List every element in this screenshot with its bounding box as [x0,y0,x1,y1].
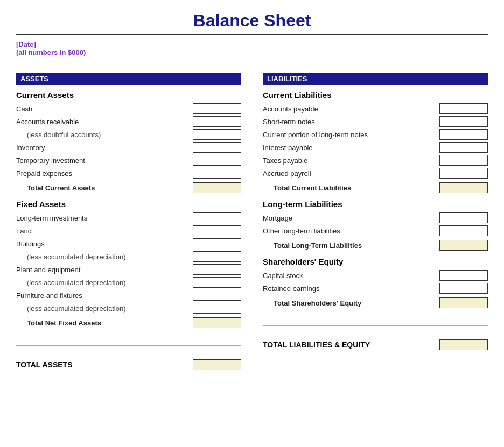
row-less-accum-dep-2: (less accumulated depreciation) [16,276,241,288]
input-current-lt[interactable] [439,129,488,140]
row-accrued-payroll: Accrued payroll [263,167,488,179]
row-less-dep-3-label: (less accumulated depreciation) [16,304,193,313]
input-total-current-liab[interactable] [439,182,488,193]
row-other-lt: Other long-term liabilities [263,225,488,237]
input-retained[interactable] [439,283,488,294]
input-total-liab-equity[interactable] [439,339,488,350]
row-less-accum-dep-1: (less accumulated depreciation) [16,251,241,262]
row-temp-invest-label: Temporary investment [16,157,193,165]
input-temp-invest[interactable] [193,155,241,166]
input-prepaid[interactable] [193,168,241,179]
total-equity-row: Total Shareholders' Equity [263,296,488,309]
row-capital-stock: Capital stock [263,269,488,281]
row-less-dep-1-label: (less accumulated depreciation) [16,253,193,261]
equity-title: Shareholders' Equity [263,257,488,266]
input-furniture[interactable] [193,290,241,301]
row-longterm-invest: Long-term investments [16,212,241,224]
row-accounts-payable: Accounts payable [263,103,488,115]
total-assets-row: TOTAL ASSETS [16,358,241,372]
input-less-dep-2[interactable] [193,277,241,288]
input-total-lt-liab[interactable] [439,240,488,251]
input-taxes[interactable] [439,155,488,166]
input-other-lt[interactable] [439,225,488,236]
row-ap-label: Accounts payable [263,105,439,113]
input-inventory[interactable] [193,142,241,153]
row-cash: Cash [16,103,241,115]
row-short-notes-label: Short-term notes [263,118,439,126]
row-retained: Retained earnings [263,282,488,294]
input-cash[interactable] [193,103,241,114]
input-interest[interactable] [439,142,488,153]
input-less-dep-3[interactable] [193,303,241,314]
row-taxes-label: Taxes payable [263,157,439,165]
input-total-equity[interactable] [439,297,488,308]
liabilities-divider: TOTAL LIABILITIES & EQUITY [263,325,488,352]
row-land-label: Land [16,227,193,235]
input-less-dep-1[interactable] [193,251,241,262]
total-equity-label: Total Shareholders' Equity [263,299,439,307]
row-temp-investment: Temporary investment [16,154,241,166]
liabilities-header: LIABILITIES [263,73,488,85]
input-ar[interactable] [193,116,241,127]
row-mortgage-label: Mortgage [263,214,439,222]
input-short-notes[interactable] [439,116,488,127]
input-land[interactable] [193,225,241,236]
row-less-accum-dep-3: (less accumulated depreciation) [16,302,241,314]
input-less-doubtful[interactable] [193,129,241,140]
current-assets-title: Current Assets [16,90,241,100]
input-plant[interactable] [193,264,241,275]
input-longterm-invest[interactable] [193,212,241,223]
total-net-fixed-label: Total Net Fixed Assets [16,319,193,327]
input-ap[interactable] [439,103,488,114]
assets-divider: TOTAL ASSETS [16,345,241,372]
assets-column: ASSETS Current Assets Cash Accounts rece… [16,73,241,372]
row-land: Land [16,225,241,237]
row-ar-label: Accounts receivable [16,118,193,126]
input-capital[interactable] [439,270,488,281]
total-net-fixed-row: Total Net Fixed Assets [16,316,241,329]
row-plant-label: Plant and equipment [16,266,193,274]
row-buildings: Buildings [16,238,241,250]
row-interest-label: Interest payable [263,144,439,152]
subtitle-date: [Date] [16,40,488,48]
row-other-lt-label: Other long-term liabilities [263,227,439,235]
total-liab-equity-label: TOTAL LIABILITIES & EQUITY [263,340,370,349]
row-inventory: Inventory [16,141,241,153]
row-plant-equip: Plant and equipment [16,264,241,275]
row-longterm-invest-label: Long-term investments [16,214,193,222]
row-inventory-label: Inventory [16,144,193,152]
total-lt-liab-row: Total Long-Term Liabilities [263,239,488,252]
longterm-liab-title: Long-term Liabilities [263,200,488,209]
main-grid: ASSETS Current Assets Cash Accounts rece… [16,73,488,372]
row-retained-label: Retained earnings [263,285,439,293]
total-current-liab-label: Total Current Liabilities [263,184,439,192]
row-prepaid-label: Prepaid expenses [16,169,193,178]
subtitle-block: [Date] (all numbers in $000) [16,40,488,56]
row-less-doubtful: (less doubtful accounts) [16,129,241,140]
current-liabilities-title: Current Liabilities [263,90,488,100]
total-current-assets-row: Total Current Assets [16,181,241,194]
total-assets-label: TOTAL ASSETS [16,360,73,369]
row-less-doubtful-label: (less doubtful accounts) [16,131,193,139]
row-taxes-payable: Taxes payable [263,154,488,166]
row-capital-label: Capital stock [263,272,439,280]
row-buildings-label: Buildings [16,240,193,248]
liabilities-column: LIABILITIES Current Liabilities Accounts… [263,73,488,372]
page-title: Balance Sheet [16,11,488,35]
row-mortgage: Mortgage [263,212,488,224]
total-current-liab-row: Total Current Liabilities [263,181,488,194]
row-current-lt-label: Current portion of long-term notes [263,131,439,139]
input-accrued[interactable] [439,168,488,179]
row-accrued-label: Accrued payroll [263,169,439,178]
subtitle-note: (all numbers in $000) [16,48,488,56]
input-buildings[interactable] [193,238,241,249]
input-total-net-fixed[interactable] [193,317,241,328]
total-liab-equity-row: TOTAL LIABILITIES & EQUITY [263,338,488,352]
row-interest-payable: Interest payable [263,141,488,153]
input-mortgage[interactable] [439,212,488,223]
row-prepaid: Prepaid expenses [16,167,241,179]
row-accounts-receivable: Accounts receivable [16,116,241,127]
input-total-assets[interactable] [193,359,241,370]
input-total-current-assets[interactable] [193,182,241,193]
row-current-lt-notes: Current portion of long-term notes [263,129,488,140]
